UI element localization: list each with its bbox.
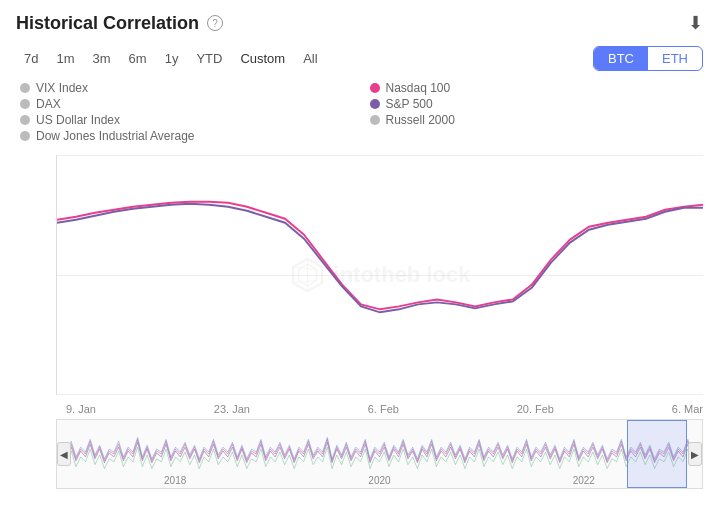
legend-item-sp500: S&P 500 [370, 97, 700, 111]
time-btn-ytd[interactable]: YTD [188, 47, 230, 70]
time-buttons-group: 7d 1m 3m 6m 1y YTD Custom All [16, 47, 326, 70]
mini-chart[interactable]: 2018 2020 2022 ◀ ▶ [56, 419, 703, 489]
chart-wrapper: 1 0 -1 intotheb lock [16, 155, 703, 489]
x-axis-labels: 9. Jan 23. Jan 6. Feb 20. Feb 6. Mar [56, 399, 703, 415]
legend-label-russell: Russell 2000 [386, 113, 455, 127]
legend-item-usdollar: US Dollar Index [20, 113, 350, 127]
legend: VIX Index Nasdaq 100 DAX S&P 500 US Doll… [16, 81, 703, 143]
nasdaq-line [57, 202, 703, 310]
x-label-9jan: 9. Jan [66, 403, 96, 415]
header: Historical Correlation ? ⬇ [16, 12, 703, 34]
asset-btn-eth[interactable]: ETH [648, 47, 702, 70]
header-left: Historical Correlation ? [16, 13, 223, 34]
time-btn-6m[interactable]: 6m [121, 47, 155, 70]
legend-item-russell: Russell 2000 [370, 113, 700, 127]
mini-year-labels: 2018 2020 2022 [57, 475, 702, 486]
legend-dot-vix [20, 83, 30, 93]
legend-dot-dax [20, 99, 30, 109]
legend-dot-sp500 [370, 99, 380, 109]
x-label-23jan: 23. Jan [214, 403, 250, 415]
asset-btn-btc[interactable]: BTC [594, 47, 648, 70]
mini-nav-right-btn[interactable]: ▶ [688, 442, 702, 466]
legend-item-dowjones: Dow Jones Industrial Average [20, 129, 350, 143]
mini-year-2020: 2020 [368, 475, 390, 486]
x-label-6mar: 6. Mar [672, 403, 703, 415]
asset-toggle: BTC ETH [593, 46, 703, 71]
legend-dot-russell [370, 115, 380, 125]
help-icon[interactable]: ? [207, 15, 223, 31]
legend-label-vix: VIX Index [36, 81, 88, 95]
grid-line-bottom [57, 394, 703, 395]
mini-nav-left-btn[interactable]: ◀ [57, 442, 71, 466]
legend-dot-usdollar [20, 115, 30, 125]
time-controls: 7d 1m 3m 6m 1y YTD Custom All BTC ETH [16, 46, 703, 71]
page-title: Historical Correlation [16, 13, 199, 34]
time-btn-3m[interactable]: 3m [85, 47, 119, 70]
chart-svg [57, 155, 703, 394]
mini-year-2018: 2018 [164, 475, 186, 486]
x-label-6feb: 6. Feb [368, 403, 399, 415]
time-btn-7d[interactable]: 7d [16, 47, 46, 70]
legend-item-nasdaq: Nasdaq 100 [370, 81, 700, 95]
time-btn-all[interactable]: All [295, 47, 325, 70]
legend-dot-nasdaq [370, 83, 380, 93]
legend-label-usdollar: US Dollar Index [36, 113, 120, 127]
x-label-20feb: 20. Feb [517, 403, 554, 415]
legend-item-dax: DAX [20, 97, 350, 111]
legend-label-dowjones: Dow Jones Industrial Average [36, 129, 195, 143]
time-btn-1y[interactable]: 1y [157, 47, 187, 70]
download-icon[interactable]: ⬇ [688, 12, 703, 34]
legend-label-nasdaq: Nasdaq 100 [386, 81, 451, 95]
legend-label-dax: DAX [36, 97, 61, 111]
time-btn-custom[interactable]: Custom [232, 47, 293, 70]
legend-dot-dowjones [20, 131, 30, 141]
legend-label-sp500: S&P 500 [386, 97, 433, 111]
legend-item-vix: VIX Index [20, 81, 350, 95]
mini-year-2022: 2022 [573, 475, 595, 486]
main-chart: intotheb lock [56, 155, 703, 395]
time-btn-1m[interactable]: 1m [48, 47, 82, 70]
sp500-line [57, 204, 703, 313]
